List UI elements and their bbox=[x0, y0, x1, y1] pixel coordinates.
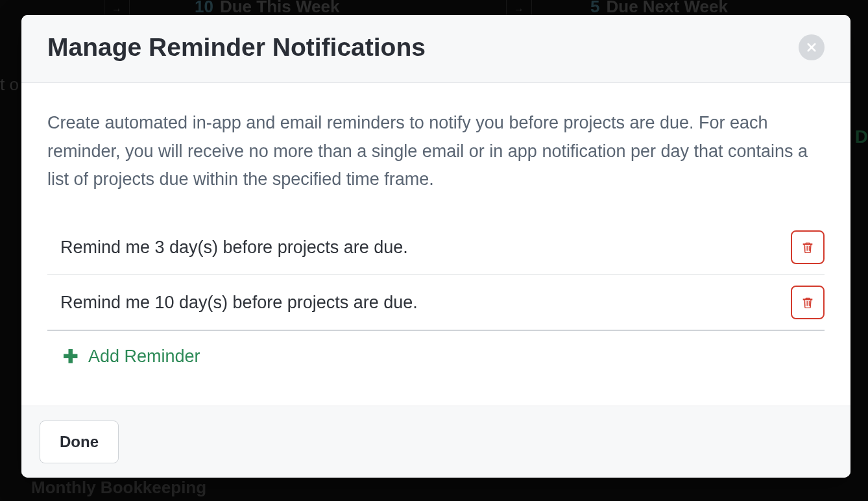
trash-icon bbox=[801, 295, 814, 310]
modal-description: Create automated in-app and email remind… bbox=[47, 109, 825, 194]
reminder-list: Remind me 3 day(s) before projects are d… bbox=[47, 220, 825, 331]
reminder-modal: Manage Reminder Notifications Create aut… bbox=[21, 15, 850, 478]
reminder-item: Remind me 10 day(s) before projects are … bbox=[47, 275, 825, 331]
reminder-text: Remind me 3 day(s) before projects are d… bbox=[60, 238, 408, 258]
modal-title: Manage Reminder Notifications bbox=[47, 33, 426, 62]
delete-reminder-button[interactable] bbox=[791, 286, 825, 319]
close-icon bbox=[806, 42, 817, 53]
modal-footer: Done bbox=[21, 406, 850, 478]
reminder-item: Remind me 3 day(s) before projects are d… bbox=[47, 220, 825, 275]
modal-header: Manage Reminder Notifications bbox=[21, 15, 850, 83]
add-reminder-button[interactable]: ✚ Add Reminder bbox=[47, 331, 200, 373]
plus-icon: ✚ bbox=[63, 348, 78, 366]
close-button[interactable] bbox=[799, 34, 825, 60]
add-reminder-label: Add Reminder bbox=[88, 347, 200, 367]
reminder-text: Remind me 10 day(s) before projects are … bbox=[60, 293, 418, 313]
trash-icon bbox=[801, 240, 814, 254]
modal-body: Create automated in-app and email remind… bbox=[21, 83, 850, 406]
delete-reminder-button[interactable] bbox=[791, 230, 825, 264]
done-button[interactable]: Done bbox=[40, 421, 119, 463]
